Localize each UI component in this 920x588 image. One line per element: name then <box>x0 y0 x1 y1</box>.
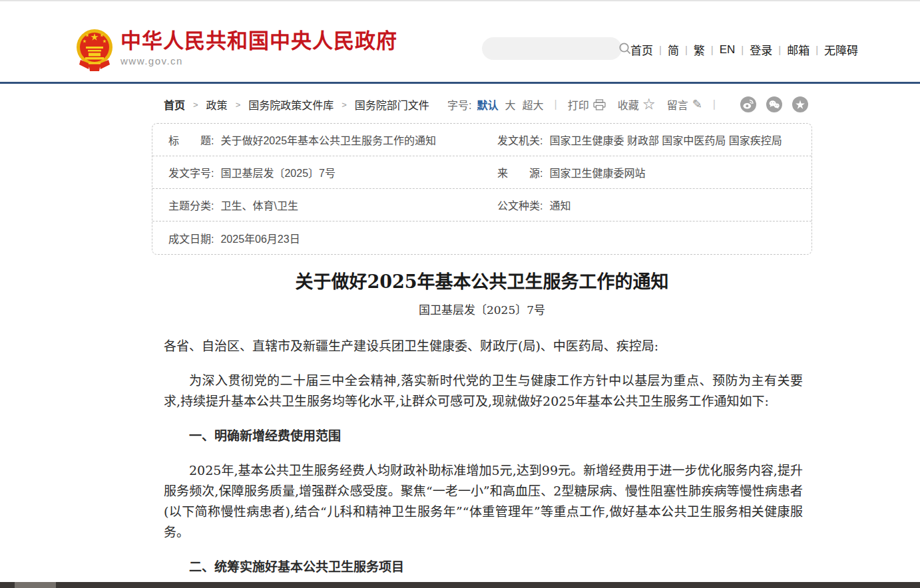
nav-home[interactable]: 首页 <box>630 41 653 58</box>
nav-login[interactable]: 登录 <box>750 41 772 58</box>
nav-separator: | <box>778 44 781 55</box>
meta-issuer-label: 发文机关: <box>497 132 543 148</box>
breadcrumb-separator-icon: > <box>193 100 198 110</box>
site-url: www.gov.cn <box>120 55 397 67</box>
intro-paragraph: 为深入贯彻党的二十届三中全会精神,落实新时代党的卫生与健康工作方针中以基层为重点… <box>164 370 803 412</box>
document-number: 国卫基层发〔2025〕7号 <box>152 301 812 317</box>
document-toolbar: 字号: 默认 大 超大 | 打印 收藏 ☆ 留言 ✎ | <box>447 96 808 112</box>
search-button[interactable] <box>618 37 632 60</box>
font-size-label: 字号: <box>447 96 471 112</box>
printer-icon <box>593 99 606 110</box>
pencil-icon: ✎ <box>692 98 702 110</box>
weibo-share-icon[interactable] <box>740 96 756 112</box>
meta-doc-number-label: 发文字号: <box>168 164 214 180</box>
meta-title-label: 标 题: <box>168 132 214 148</box>
content-column: 首页 > 政策 > 国务院政策文件库 > 国务院部门文件 字号: 默认 大 超大… <box>152 94 812 588</box>
breadcrumb-separator-icon: > <box>236 100 241 110</box>
meta-row: 标 题: 关于做好2025年基本公共卫生服务工作的通知 发文机关: 国家卫生健康… <box>152 124 811 156</box>
section-2-heading: 二、统筹实施好基本公共卫生服务项目 <box>164 557 803 577</box>
qzone-share-icon[interactable] <box>792 96 808 112</box>
meta-issuer-value: 国家卫生健康委 财政部 国家中医药局 国家疾控局 <box>549 132 782 148</box>
document-body: 各省、自治区、直辖市及新疆生产建设兵团卫生健康委、财政厅(局)、中医药局、疾控局… <box>152 336 812 588</box>
meta-row: 主题分类: 卫生、体育\卫生 公文种类: 通知 <box>152 189 811 221</box>
site-title: 中华人民共和国中央人民政府 <box>120 29 397 53</box>
nav-traditional[interactable]: 繁 <box>694 41 705 58</box>
meta-doc-type: 公文种类: 通知 <box>481 197 811 213</box>
nav-separator: | <box>711 44 714 55</box>
breadcrumb-home[interactable]: 首页 <box>164 96 185 112</box>
toolbar-separator: | <box>713 98 716 110</box>
nav-accessibility[interactable]: 无障碍 <box>824 41 858 58</box>
meta-date: 成文日期: 2025年06月23日 <box>152 230 481 246</box>
nav-separator: | <box>659 44 662 55</box>
nav-mail[interactable]: 邮箱 <box>787 41 809 58</box>
breadcrumb: 首页 > 政策 > 国务院政策文件库 > 国务院部门文件 <box>164 96 429 112</box>
document-title: 关于做好2025年基本公共卫生服务工作的通知 <box>152 271 812 293</box>
header-nav: 首页 | 简 | 繁 | EN | 登录 | 邮箱 | 无障碍 <box>630 41 858 58</box>
meta-source-value: 国家卫生健康委网站 <box>549 164 645 180</box>
search-input[interactable] <box>482 37 618 60</box>
horizontal-scrollbar[interactable] <box>0 582 920 588</box>
print-button[interactable]: 打印 <box>568 96 606 112</box>
meta-source: 来 源: 国家卫生健康委网站 <box>481 164 811 180</box>
meta-row: 成文日期: 2025年06月23日 <box>152 221 811 254</box>
breadcrumb-separator-icon: > <box>342 100 347 110</box>
nav-english[interactable]: EN <box>720 43 736 57</box>
favorite-button[interactable]: 收藏 ☆ <box>618 96 655 112</box>
nav-separator: | <box>741 44 744 55</box>
breadcrumb-policy-library[interactable]: 国务院政策文件库 <box>248 96 334 112</box>
section-1-paragraph: 2025年,基本公共卫生服务经费人均财政补助标准增加5元,达到99元。新增经费用… <box>164 460 803 543</box>
breadcrumb-department-documents[interactable]: 国务院部门文件 <box>355 96 429 112</box>
toolbar-separator: | <box>555 98 557 110</box>
font-size-xlarge-button[interactable]: 超大 <box>523 96 544 112</box>
document-meta-table: 标 题: 关于做好2025年基本公共卫生服务工作的通知 发文机关: 国家卫生健康… <box>152 123 812 255</box>
search-icon <box>618 42 632 55</box>
star-icon: ☆ <box>643 98 655 110</box>
national-emblem-icon <box>75 28 114 72</box>
meta-doc-number-value: 国卫基层发〔2025〕7号 <box>220 164 336 180</box>
meta-topic-value: 卫生、体育\卫生 <box>220 197 298 213</box>
nav-separator: | <box>685 44 688 55</box>
breadcrumb-policy[interactable]: 政策 <box>206 96 228 112</box>
meta-title: 标 题: 关于做好2025年基本公共卫生服务工作的通知 <box>152 132 481 148</box>
meta-doc-number: 发文字号: 国卫基层发〔2025〕7号 <box>152 164 481 180</box>
meta-date-value: 2025年06月23日 <box>220 230 300 246</box>
meta-date-label: 成文日期: <box>168 230 214 246</box>
meta-doc-type-value: 通知 <box>549 197 571 213</box>
nav-simplified[interactable]: 简 <box>668 41 679 58</box>
font-size-large-button[interactable]: 大 <box>505 96 516 112</box>
site-logo[interactable]: 中华人民共和国中央人民政府 www.gov.cn <box>75 28 397 72</box>
meta-issuer: 发文机关: 国家卫生健康委 财政部 国家中医药局 国家疾控局 <box>481 132 811 148</box>
search-box[interactable] <box>482 37 622 60</box>
section-1-heading: 一、明确新增经费使用范围 <box>164 426 803 446</box>
meta-source-label: 来 源: <box>497 164 543 180</box>
meta-row: 发文字号: 国卫基层发〔2025〕7号 来 源: 国家卫生健康委网站 <box>152 156 811 189</box>
meta-topic: 主题分类: 卫生、体育\卫生 <box>152 197 481 213</box>
meta-title-value: 关于做好2025年基本公共卫生服务工作的通知 <box>220 132 436 148</box>
wechat-share-icon[interactable] <box>766 96 782 112</box>
meta-doc-type-label: 公文种类: <box>497 197 543 213</box>
share-buttons <box>730 96 808 112</box>
nav-separator: | <box>815 44 818 55</box>
font-size-default-button[interactable]: 默认 <box>477 96 499 112</box>
horizontal-scrollbar-thumb[interactable] <box>15 582 56 588</box>
comment-button[interactable]: 留言 ✎ <box>667 96 702 112</box>
meta-topic-label: 主题分类: <box>168 197 214 213</box>
site-header: 中华人民共和国中央人民政府 www.gov.cn 首页 | 简 | 繁 | EN… <box>0 1 920 84</box>
salutation-paragraph: 各省、自治区、直辖市及新疆生产建设兵团卫生健康委、财政厅(局)、中医药局、疾控局… <box>164 336 803 357</box>
breadcrumb-toolbar-row: 首页 > 政策 > 国务院政策文件库 > 国务院部门文件 字号: 默认 大 超大… <box>152 94 812 114</box>
